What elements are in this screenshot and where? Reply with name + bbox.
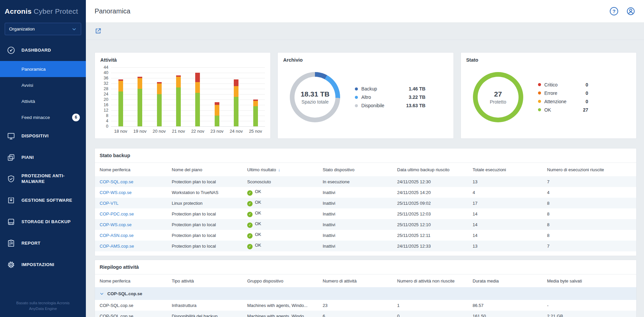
- sidebar: AcronisCyber Protect Organization DASHBO…: [0, 0, 86, 317]
- table-row[interactable]: COP-WS.cop.seProtection plan to local✓OK…: [95, 219, 636, 230]
- bar-segment-attenzione-20-nov[interactable]: [157, 83, 162, 94]
- column-header-stato-dispositivo[interactable]: Stato dispositivo: [318, 167, 392, 172]
- activity-count-cell: 23: [318, 303, 392, 308]
- bar-segment-ok-23-nov[interactable]: [215, 116, 219, 126]
- bar-segment-errore-19-nov[interactable]: [138, 77, 142, 78]
- bar-segment-attenzione-19-nov[interactable]: [138, 78, 142, 89]
- sidebar-item-piani[interactable]: PIANI: [0, 147, 86, 168]
- bar-segment-ok-25-nov[interactable]: [253, 106, 258, 126]
- successful-runs-cell: 8: [542, 233, 636, 238]
- logo-brand: Acronis: [5, 7, 32, 15]
- sidebar-item-dispositivi[interactable]: DISPOSITIVI: [0, 125, 86, 147]
- bar-segment-errore-25-nov[interactable]: [253, 100, 258, 101]
- gridline: [111, 73, 265, 73]
- y-tick-label: 40: [104, 70, 108, 75]
- bar-segment-ok-24-nov[interactable]: [234, 97, 238, 126]
- device-link[interactable]: COP-VTL: [95, 201, 167, 206]
- device-link[interactable]: COP-SQL.cop.se: [95, 179, 167, 184]
- legend-item-errore: Errore 0: [538, 90, 588, 96]
- sidebar-item-label: Avvisi: [21, 83, 33, 88]
- table-row[interactable]: COP-SQL.cop.seDisponibilità del backupMa…: [95, 311, 636, 317]
- sidebar-item-dashboard[interactable]: DASHBOARD: [0, 40, 86, 61]
- sidebar-item-impostazioni[interactable]: IMPOSTAZIONI: [0, 254, 86, 275]
- legend-dot: [538, 100, 541, 103]
- bar-segment-ok-18-nov[interactable]: [118, 91, 123, 126]
- bar-segment-ok-19-nov[interactable]: [138, 89, 142, 126]
- device-link[interactable]: COP-ASN.cop.se: [95, 233, 167, 238]
- last-backup-date-cell: 25/11/2025 12:11: [392, 233, 468, 238]
- account-icon[interactable]: [626, 7, 635, 16]
- bar-segment-attenzione-18-nov[interactable]: [118, 81, 123, 91]
- avg-bytes-cell: -: [542, 303, 636, 308]
- column-header-totale-esecuzioni[interactable]: Totale esecuzioni: [468, 167, 542, 172]
- column-header-nome-periferica[interactable]: Nome periferica: [95, 278, 167, 283]
- avg-duration-cell: 86.57: [468, 303, 542, 308]
- device-link[interactable]: COP-WS.cop.se: [95, 222, 167, 227]
- legend-dot: [355, 104, 358, 107]
- device-state-cell: Inattivi: [318, 233, 392, 238]
- column-header-numero-di-attivit-[interactable]: Numero di attività: [318, 278, 392, 283]
- column-header-tipo-attivit-[interactable]: Tipo attività: [167, 278, 243, 283]
- last-backup-date-cell: 24/11/2025 12:30: [392, 179, 468, 184]
- popout-icon[interactable]: [95, 27, 102, 35]
- backup-status-table: Nome perifericaNome del pianoUltimo risu…: [95, 163, 636, 251]
- sidebar-item-attivita[interactable]: Attività: [0, 93, 86, 109]
- bar-segment-errore-23-nov[interactable]: [215, 102, 219, 105]
- chevron-down-icon[interactable]: [100, 292, 104, 296]
- legend-item-critico: Critico 0: [538, 82, 588, 87]
- bar-segment-errore-24-nov[interactable]: [234, 79, 238, 86]
- table-row[interactable]: COP-SQL.cop.seInfrastrutturaMachines wit…: [95, 300, 636, 311]
- bar-segment-errore-21-nov[interactable]: [176, 75, 181, 77]
- bar-segment-ok-22-nov[interactable]: [195, 93, 200, 126]
- bar-segment-ok-20-nov[interactable]: [157, 94, 162, 126]
- column-header-durata-media[interactable]: Durata media: [468, 278, 542, 283]
- column-header-data-ultimo-backup-riuscito[interactable]: Data ultimo backup riuscito: [392, 167, 468, 172]
- column-header-nome-periferica[interactable]: Nome periferica: [95, 167, 167, 172]
- y-tick-label: 20: [104, 97, 108, 102]
- sidebar-item-storage-di-backup[interactable]: STORAGE DI BACKUP: [0, 211, 86, 233]
- bar-segment-errore-20-nov[interactable]: [157, 82, 162, 83]
- table-row[interactable]: COP-AMS.cop.seProtection plan to local✓O…: [95, 241, 636, 251]
- device-link[interactable]: COP-WS.cop.se: [95, 190, 167, 195]
- bar-segment-attenzione-21-nov[interactable]: [176, 77, 181, 87]
- bar-segment-errore-22-nov[interactable]: [195, 73, 200, 82]
- column-header-numero-di-esecuzioni-riuscite[interactable]: Numero di esecuzioni riuscite: [542, 167, 636, 172]
- device-link[interactable]: COP-PDC.cop.se: [95, 211, 167, 216]
- total-runs-cell: 4: [468, 190, 542, 195]
- help-icon[interactable]: ?: [610, 7, 618, 15]
- last-backup-date-cell: 24/11/2025 14:20: [392, 190, 468, 195]
- plan-name-cell: Protection plan to local: [167, 244, 243, 249]
- sidebar-item-report[interactable]: REPORT: [0, 233, 86, 254]
- plan-name-cell: Protection plan to local: [167, 179, 243, 184]
- column-header-nome-del-piano[interactable]: Nome del piano: [167, 167, 243, 172]
- table-row[interactable]: COP-VTLLinux protection✓OKInattivi25/11/…: [95, 198, 636, 208]
- column-header-media-byte-salvati[interactable]: Media byte salvati: [542, 278, 636, 283]
- organization-selector[interactable]: Organization: [5, 23, 81, 35]
- sidebar-item-feed-minacce[interactable]: Feed minacce 6: [0, 109, 86, 125]
- total-runs-cell: 14: [468, 233, 542, 238]
- table-row[interactable]: COP-PDC.cop.seProtection plan to local✓O…: [95, 208, 636, 219]
- successful-runs-cell: 8: [542, 211, 636, 216]
- table-row[interactable]: COP-WS.cop.seWorkstation to TrueNAS✓OKIn…: [95, 187, 636, 198]
- sidebar-item-gestione-software[interactable]: GESTIONE SOFTWARE: [0, 190, 86, 211]
- column-header-numero-di-attivit-non-riuscite[interactable]: Numero di attività non riuscite: [392, 278, 468, 283]
- sidebar-item-protezione-anti-malware[interactable]: PROTEZIONE ANTI-MALWARE: [0, 168, 86, 190]
- device-link[interactable]: COP-AMS.cop.se: [95, 244, 167, 249]
- column-header-ultimo-risultato[interactable]: Ultimo risultato↓: [243, 167, 318, 172]
- group-row-cop-sql.cop.se[interactable]: COP-SQL.cop.se: [95, 287, 636, 300]
- table-row[interactable]: COP-SQL.cop.seProtection plan to localSc…: [95, 176, 636, 187]
- sidebar-item-panoramica[interactable]: Panoramica: [0, 61, 86, 77]
- column-header-gruppo-dispositivo[interactable]: Gruppo dispositivo: [243, 278, 318, 283]
- toolbar: [86, 22, 644, 40]
- ok-status-icon: ✓: [247, 190, 253, 196]
- bar-segment-attenzione-23-nov[interactable]: [215, 105, 219, 116]
- bar-segment-attenzione-22-nov[interactable]: [195, 82, 200, 93]
- protected-count: 27: [494, 90, 502, 98]
- bar-segment-attenzione-25-nov[interactable]: [253, 101, 258, 106]
- legend-item-ok: OK 27: [538, 107, 588, 113]
- sidebar-item-avvisi[interactable]: Avvisi: [0, 77, 86, 93]
- bar-segment-attenzione-24-nov[interactable]: [234, 86, 238, 97]
- bar-segment-errore-18-nov[interactable]: [118, 79, 123, 81]
- bar-segment-ok-21-nov[interactable]: [176, 87, 181, 126]
- table-row[interactable]: COP-ASN.cop.seProtection plan to local✓O…: [95, 230, 636, 241]
